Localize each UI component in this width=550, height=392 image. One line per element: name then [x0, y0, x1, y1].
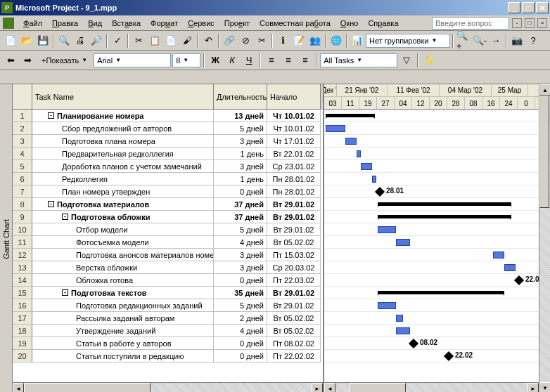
paste-button[interactable]: 📄 — [163, 33, 179, 48]
gantt-hscroll-left-button[interactable]: ◄ — [324, 383, 335, 392]
duration-cell[interactable]: 2 дней — [214, 312, 267, 325]
menu-Формат[interactable]: Формат — [146, 18, 183, 29]
outline-toggle[interactable]: - — [62, 214, 68, 220]
row-number[interactable]: 14 — [13, 274, 32, 287]
duration-cell[interactable]: 13 дней — [214, 110, 267, 122]
task-name-cell[interactable]: Обложка готова — [32, 274, 214, 287]
align-center-button[interactable]: ≡ — [281, 53, 296, 68]
start-cell[interactable]: Пн 28.01.02 — [267, 173, 321, 185]
goto-button[interactable]: → — [488, 33, 504, 48]
menu-Окно[interactable]: Окно — [335, 18, 364, 29]
start-cell[interactable]: Вт 05.02.02 — [267, 312, 321, 325]
start-cell[interactable]: Вт 29.01.02 — [267, 211, 321, 223]
indent-button[interactable]: ➡ — [20, 53, 35, 68]
table-row[interactable]: 15-Подготовка текстов35 днейВт 29.01.02 — [13, 287, 323, 299]
copy-button[interactable]: 📋 — [147, 33, 162, 48]
group-button[interactable]: 📊 — [350, 33, 365, 48]
row-number[interactable]: 4 — [13, 148, 32, 160]
menu-Проект[interactable]: Проект — [219, 18, 255, 29]
save-button[interactable]: 💾 — [35, 33, 51, 48]
start-header[interactable]: Начало — [267, 84, 321, 110]
task-bar[interactable] — [378, 302, 396, 309]
italic-button[interactable]: К — [224, 53, 240, 68]
start-cell[interactable]: Пн 28.01.02 — [267, 185, 321, 198]
notes-button[interactable]: 📝 — [291, 33, 307, 48]
start-cell[interactable]: Чт 10.01.02 — [267, 122, 321, 135]
table-row[interactable]: 4Предварительная редколлегия1 деньВт 22.… — [13, 148, 323, 160]
summary-bar[interactable] — [378, 202, 511, 206]
menu-Вставка[interactable]: Вставка — [107, 18, 146, 29]
duration-header[interactable]: Длительность — [214, 84, 267, 110]
row-number[interactable]: 8 — [13, 198, 32, 211]
split-button[interactable]: ✂ — [254, 33, 269, 48]
rownum-header[interactable] — [13, 84, 32, 110]
publish-button[interactable]: 🌐 — [328, 33, 344, 48]
duration-cell[interactable]: 35 дней — [214, 287, 267, 299]
show-outline-button[interactable]: + Показать ▼ — [37, 53, 92, 68]
table-row[interactable]: 17Рассылка заданий авторам2 днейВт 05.02… — [13, 312, 323, 325]
summary-bar[interactable] — [378, 291, 504, 294]
task-name-cell[interactable]: Рассылка заданий авторам — [32, 312, 214, 325]
task-name-cell[interactable]: Статьи поступили в редакцию — [32, 350, 214, 362]
start-cell[interactable]: Ср 20.03.02 — [267, 261, 321, 274]
row-number[interactable]: 6 — [13, 173, 32, 185]
help-button[interactable]: ? — [525, 33, 541, 48]
align-left-button[interactable]: ≡ — [264, 53, 279, 68]
start-cell[interactable]: Вт 29.01.02 — [267, 198, 321, 211]
assign-button[interactable]: 👥 — [307, 33, 323, 48]
milestone-icon[interactable] — [409, 339, 418, 348]
task-name-cell[interactable]: Доработка планов с учетом замечаний — [32, 160, 214, 173]
menu-Сервис[interactable]: Сервис — [183, 18, 219, 29]
task-name-cell[interactable]: Подготовка плана номера — [32, 135, 214, 148]
start-cell[interactable]: Пт 22.02.02 — [267, 350, 321, 362]
maximize-button[interactable]: □ — [522, 2, 535, 13]
preview-button[interactable]: 🔎 — [89, 33, 104, 48]
task-name-cell[interactable]: Отбор модели — [32, 223, 214, 236]
underline-button[interactable]: Ч — [241, 53, 257, 68]
copy-picture-button[interactable]: 📷 — [509, 33, 525, 48]
row-number[interactable]: 20 — [13, 350, 32, 362]
menu-Правка[interactable]: Правка — [47, 18, 83, 29]
milestone-icon[interactable] — [375, 187, 385, 197]
summary-bar[interactable] — [326, 114, 375, 117]
close-button[interactable]: ✕ — [536, 2, 549, 13]
task-name-cell[interactable]: Редколлегия — [32, 173, 214, 185]
autofilter-button[interactable]: ▽ — [399, 53, 414, 68]
task-bar[interactable] — [326, 125, 345, 132]
hscroll-track[interactable] — [24, 383, 312, 392]
table-row[interactable]: 9-Подготовка обложки37 днейВт 29.01.02 — [13, 211, 323, 223]
row-number[interactable]: 9 — [13, 211, 32, 223]
outline-toggle[interactable]: - — [48, 112, 54, 119]
doc-restore-button[interactable]: □ — [525, 18, 535, 28]
vscroll-thumb[interactable] — [539, 96, 549, 208]
table-row[interactable]: 11Фотосъемка модели4 днейВт 05.02.02 — [13, 236, 323, 249]
table-row[interactable]: 5Доработка планов с учетом замечаний3 дн… — [13, 160, 323, 173]
filter-combo[interactable]: All Tasks▼ — [320, 53, 397, 67]
font-combo[interactable]: Arial▼ — [94, 53, 171, 67]
entry-bar[interactable] — [0, 70, 550, 84]
gantt-hscroll-thumb[interactable] — [350, 383, 406, 392]
duration-cell[interactable]: 0 дней — [214, 274, 267, 287]
table-row[interactable]: 13Верстка обложки3 днейСр 20.03.02 — [13, 261, 323, 274]
open-button[interactable]: 📂 — [19, 33, 34, 48]
search-button[interactable]: 🔍 — [56, 33, 72, 48]
table-row[interactable]: 2Сбор предложений от авторов5 днейЧт 10.… — [13, 122, 323, 135]
task-name-cell[interactable]: Фотосъемка модели — [32, 236, 214, 249]
start-cell[interactable]: Вт 29.01.02 — [267, 223, 321, 236]
gantt-hscroll-right-button[interactable]: ► — [527, 383, 539, 392]
task-name-cell[interactable]: -Планирование номера — [32, 110, 214, 122]
print-button[interactable]: 🖨 — [72, 33, 88, 48]
duration-cell[interactable]: 3 дней — [214, 261, 267, 274]
start-cell[interactable]: Чт 10.01.02 — [267, 110, 321, 122]
row-number[interactable]: 7 — [13, 185, 32, 198]
task-bar[interactable] — [396, 327, 410, 334]
menu-Справка[interactable]: Справка — [363, 18, 403, 29]
milestone-icon[interactable] — [444, 351, 454, 361]
row-number[interactable]: 19 — [13, 337, 32, 350]
row-number[interactable]: 11 — [13, 236, 32, 249]
vscroll-down-button[interactable]: ▼ — [539, 382, 550, 392]
table-row[interactable]: 3Подготовка плана номера3 днейЧт 17.01.0… — [13, 135, 323, 148]
task-name-cell[interactable]: План номера утвержден — [32, 185, 214, 198]
start-cell[interactable]: Вт 22.01.02 — [267, 148, 321, 160]
row-number[interactable]: 18 — [13, 325, 32, 337]
